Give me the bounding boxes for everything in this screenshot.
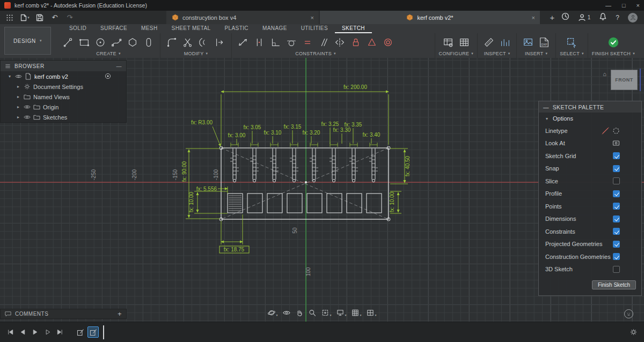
- select-icon[interactable]: [564, 35, 579, 50]
- look-at-icon[interactable]: [282, 308, 291, 317]
- timeline-settings-gear-icon[interactable]: [628, 327, 639, 338]
- tab-kerf-comb-v2[interactable]: kerf comb v2* ×: [320, 11, 540, 24]
- minimize-button[interactable]: —: [605, 2, 611, 9]
- visibility-eye-icon[interactable]: [24, 114, 31, 121]
- browser-root-label[interactable]: kerf comb v2: [34, 73, 68, 80]
- dimensions-checkbox[interactable]: [613, 215, 620, 222]
- group-label-configure[interactable]: CONFIGURE▾: [439, 51, 474, 57]
- add-comment-button[interactable]: +: [118, 310, 122, 318]
- midpoint-constraint-icon[interactable]: [252, 35, 267, 50]
- extend-tool-icon[interactable]: [213, 35, 228, 50]
- tab-solid[interactable]: SOLID: [62, 24, 93, 33]
- browser-item-document-settings[interactable]: ▸ Document Settings: [1, 81, 126, 92]
- help-icon[interactable]: ?: [616, 14, 619, 21]
- viewcube-front-face[interactable]: FRONT: [615, 77, 633, 83]
- slice-checkbox[interactable]: [613, 177, 620, 184]
- sketch-dimension-icon[interactable]: [236, 35, 251, 50]
- profile-checkbox[interactable]: [613, 190, 620, 197]
- points-checkbox[interactable]: [613, 203, 620, 210]
- maximize-button[interactable]: □: [622, 2, 626, 9]
- new-tab-button[interactable]: +: [545, 11, 559, 24]
- collapse-panel-icon[interactable]: —: [543, 104, 549, 110]
- browser-item-named-views[interactable]: ▸ Named Views: [1, 92, 126, 102]
- chevron-down-icon[interactable]: ▾: [7, 74, 12, 79]
- group-label-select[interactable]: SELECT▾: [560, 51, 584, 57]
- job-status-icon[interactable]: [561, 12, 569, 23]
- parallel-constraint-icon[interactable]: [316, 35, 331, 50]
- group-label-modify[interactable]: MODIFY▾: [184, 51, 208, 57]
- tab-sheet-metal[interactable]: SHEET METAL: [165, 24, 218, 33]
- equal-constraint-icon[interactable]: [300, 35, 315, 50]
- fit-icon[interactable]: ▾: [320, 308, 332, 317]
- tab-construcytion-box-v4[interactable]: construcytion box v4 ×: [166, 11, 319, 24]
- assistant-button[interactable]: [624, 309, 633, 318]
- constraints-checkbox[interactable]: [613, 228, 620, 235]
- group-label-constraints[interactable]: CONSTRAINTS▾: [295, 51, 336, 57]
- pan-icon[interactable]: [295, 308, 304, 317]
- fillet-tool-icon[interactable]: [164, 35, 179, 50]
- timeline-sketch-feature-selected[interactable]: [87, 326, 99, 338]
- offset-tool-icon[interactable]: [196, 35, 211, 50]
- linetype-normal-icon[interactable]: [602, 127, 609, 135]
- app-grid-icon[interactable]: [3, 12, 16, 23]
- symmetry-constraint-icon[interactable]: [332, 35, 347, 50]
- timeline-playhead[interactable]: [103, 325, 104, 339]
- tab-sketch[interactable]: SKETCH: [335, 24, 372, 33]
- finish-sketch-label[interactable]: FINISH SKETCH▾: [592, 51, 635, 57]
- tab-close-icon[interactable]: ×: [532, 14, 535, 21]
- viewcube-home-icon[interactable]: ⌂: [603, 71, 606, 77]
- tab-plastic[interactable]: PLASTIC: [218, 24, 255, 33]
- sketch-grid-checkbox[interactable]: [613, 152, 620, 159]
- sketch-geometry[interactable]: [219, 146, 390, 221]
- look-at-button-icon[interactable]: [612, 139, 620, 147]
- measure-icon[interactable]: [481, 35, 496, 50]
- configuration-table-icon[interactable]: [457, 35, 472, 50]
- finish-sketch-icon[interactable]: [605, 34, 622, 50]
- orbit-icon[interactable]: ▾: [267, 308, 278, 317]
- timeline-sketch-feature[interactable]: [75, 326, 86, 338]
- insert-dxf-icon[interactable]: DXF: [537, 35, 552, 50]
- viewcube[interactable]: FRONT: [611, 70, 638, 90]
- chevron-right-icon[interactable]: ▸: [16, 94, 21, 99]
- options-section-header[interactable]: ▾ Options: [539, 113, 641, 124]
- chevron-right-icon[interactable]: ▸: [16, 115, 21, 120]
- tab-utilities[interactable]: UTILITIES: [294, 24, 335, 33]
- fix-constraint-icon[interactable]: [364, 35, 379, 50]
- linetype-construction-icon[interactable]: [612, 127, 620, 135]
- circle-tool-icon[interactable]: [93, 35, 108, 50]
- step-forward-icon[interactable]: [42, 328, 52, 337]
- group-label-create[interactable]: CREATE▾: [96, 51, 120, 57]
- tangent-constraint-icon[interactable]: [284, 35, 299, 50]
- active-component-radio[interactable]: [105, 73, 111, 80]
- undo-icon[interactable]: ↶: [48, 12, 61, 23]
- visibility-eye-icon[interactable]: [15, 73, 22, 80]
- browser-item-sketches[interactable]: ▸ Sketches: [1, 112, 126, 122]
- grid-settings-icon[interactable]: ▾: [351, 308, 362, 317]
- file-menu-icon[interactable]: ▾: [18, 12, 31, 23]
- zoom-icon[interactable]: [308, 308, 317, 317]
- section-analysis-icon[interactable]: [497, 35, 513, 50]
- presence-indicator[interactable]: 1: [578, 13, 591, 21]
- sketch-palette-header[interactable]: — SKETCH PALETTE: [539, 101, 641, 113]
- redo-icon[interactable]: ↷: [63, 12, 76, 23]
- tab-close-icon[interactable]: ×: [311, 14, 314, 21]
- user-avatar[interactable]: [628, 13, 638, 23]
- group-label-insert[interactable]: INSERT▾: [525, 51, 547, 57]
- save-icon[interactable]: [33, 12, 46, 23]
- chevron-right-icon[interactable]: ▸: [16, 84, 21, 89]
- tab-surface[interactable]: SURFACE: [93, 24, 134, 33]
- spline-tool-icon[interactable]: [109, 35, 124, 50]
- concentric-constraint-icon[interactable]: [380, 35, 396, 50]
- viewports-icon[interactable]: ▾: [366, 308, 377, 317]
- play-icon[interactable]: [30, 328, 40, 337]
- tab-manage[interactable]: MANAGE: [255, 24, 294, 33]
- step-back-icon[interactable]: [18, 328, 27, 337]
- tab-mesh[interactable]: MESH: [134, 24, 165, 33]
- construction-lines[interactable]: [221, 148, 389, 219]
- go-to-end-icon[interactable]: [55, 328, 64, 337]
- line-tool-icon[interactable]: [61, 35, 76, 50]
- workspace-selector[interactable]: DESIGN ▾: [4, 27, 51, 55]
- snap-checkbox[interactable]: [613, 165, 620, 172]
- insert-canvas-icon[interactable]: [521, 35, 536, 50]
- chevron-right-icon[interactable]: ▸: [16, 105, 21, 109]
